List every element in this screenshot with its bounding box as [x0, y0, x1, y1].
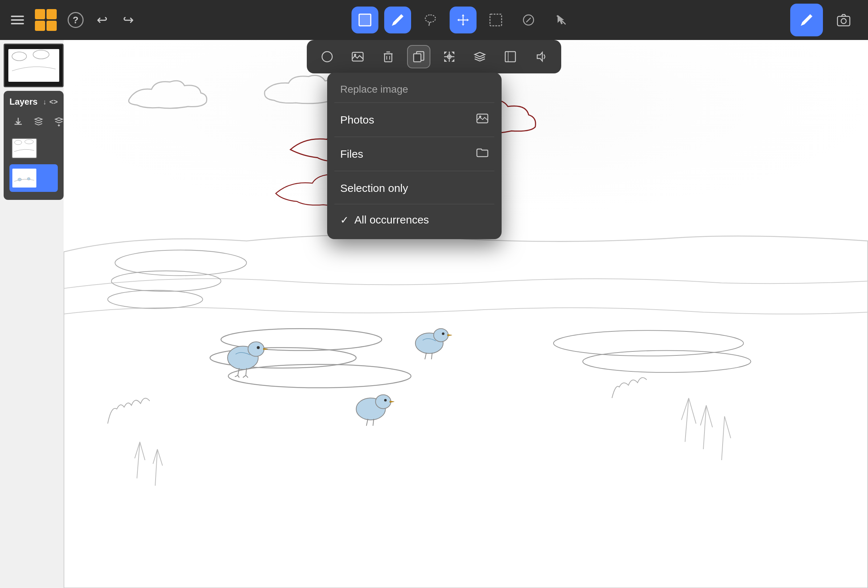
svg-point-27: [27, 178, 30, 180]
copy-tool[interactable]: [407, 45, 430, 68]
dropdown-menu: Replace image Photos Files Selection onl…: [327, 73, 502, 239]
svg-point-39: [248, 342, 264, 356]
toolbar-right: [790, 4, 857, 36]
layers-panel: Layers ↓ <>: [4, 91, 63, 200]
svg-rect-1: [359, 14, 371, 26]
layers-code-icon[interactable]: <>: [49, 98, 58, 106]
svg-point-53: [375, 395, 391, 408]
svg-point-49: [442, 333, 444, 335]
layer-thumbnail-2: [12, 168, 37, 188]
svg-point-23: [15, 140, 22, 144]
svg-rect-4: [490, 14, 502, 26]
files-label: Files: [340, 148, 363, 160]
layer-stack-button[interactable]: [30, 113, 47, 130]
canvas-thumbnail: [4, 44, 63, 87]
layers-down-icon[interactable]: ↓: [43, 98, 47, 106]
marquee-tool[interactable]: [482, 7, 509, 34]
svg-rect-25: [14, 171, 34, 186]
layers-tool[interactable]: [468, 45, 492, 68]
selection-only-item[interactable]: Selection only: [327, 171, 502, 204]
svg-point-26: [18, 178, 21, 181]
svg-point-54: [384, 399, 387, 402]
app-logo: [35, 9, 57, 31]
ellipse-tool[interactable]: [316, 45, 339, 68]
help-button[interactable]: ?: [68, 12, 84, 28]
svg-line-6: [526, 18, 531, 22]
pen-tool[interactable]: [384, 7, 411, 34]
brush-tool-right[interactable]: [790, 4, 823, 36]
no-selection-tool[interactable]: [548, 7, 575, 34]
svg-point-40: [257, 346, 260, 349]
tool-group: [136, 7, 790, 34]
svg-rect-16: [414, 54, 421, 62]
transform-tool[interactable]: [438, 45, 461, 68]
photo-tool[interactable]: [346, 45, 369, 68]
svg-point-9: [322, 52, 332, 62]
svg-point-24: [25, 140, 34, 144]
photos-item[interactable]: Photos: [327, 103, 502, 137]
svg-point-21: [12, 52, 27, 61]
undo-button[interactable]: ↩: [94, 10, 110, 30]
all-occurrences-label: All occurrences: [354, 214, 429, 226]
folder-icon: [476, 146, 489, 161]
layers-title: Layers: [9, 97, 37, 107]
all-occurrences-item[interactable]: ✓ All occurrences: [327, 204, 502, 236]
camera-button[interactable]: [830, 7, 857, 34]
audio-tool[interactable]: [529, 45, 552, 68]
photo-icon: [476, 112, 489, 127]
move-tool[interactable]: [450, 7, 477, 34]
flip-tool[interactable]: [499, 45, 522, 68]
svg-point-8: [841, 19, 846, 24]
layer-item-2[interactable]: [9, 164, 58, 192]
svg-rect-7: [837, 16, 850, 26]
lasso-tool[interactable]: [417, 7, 444, 34]
menu-button[interactable]: [11, 16, 24, 24]
photos-label: Photos: [340, 114, 374, 126]
thumbnail-image: [8, 49, 59, 82]
layers-header: Layers ↓ <>: [9, 97, 58, 107]
files-item[interactable]: Files: [327, 137, 502, 171]
top-toolbar: ? ↩ ↪: [0, 0, 868, 40]
cancel-tool[interactable]: [515, 7, 542, 34]
layer-download-button[interactable]: [9, 113, 27, 130]
svg-point-22: [33, 50, 49, 59]
secondary-toolbar: [307, 40, 561, 74]
selection-only-label: Selection only: [340, 182, 408, 195]
svg-point-48: [434, 329, 448, 342]
svg-rect-18: [505, 52, 515, 62]
delete-tool[interactable]: [376, 45, 400, 68]
redo-button[interactable]: ↪: [121, 10, 136, 30]
left-panel: Layers ↓ <>: [0, 40, 63, 200]
svg-point-11: [354, 54, 356, 56]
checkmark-icon: ✓: [340, 214, 348, 226]
layer-item-1[interactable]: [9, 134, 58, 162]
svg-rect-12: [385, 54, 392, 62]
layer-plus-button[interactable]: [50, 113, 68, 130]
dropdown-header: Replace image: [327, 76, 502, 103]
rect-select-tool[interactable]: [351, 7, 378, 34]
layer-thumbnail-1: [12, 138, 37, 158]
